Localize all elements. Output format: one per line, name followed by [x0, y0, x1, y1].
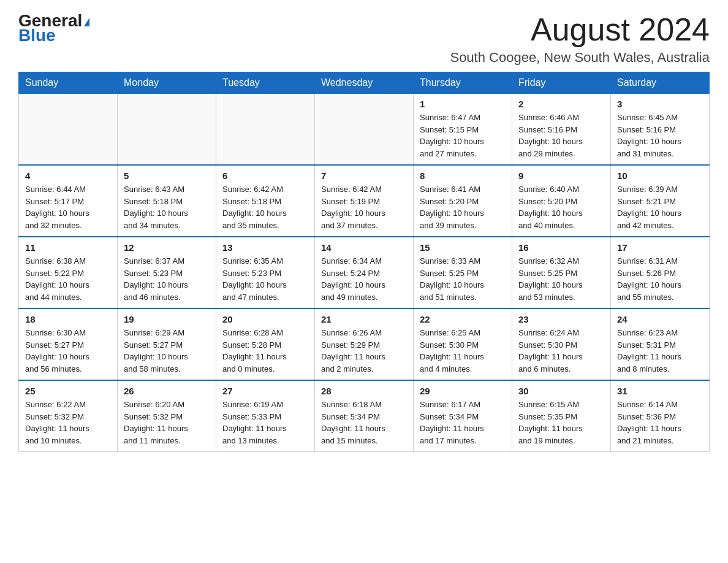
- day-number: 2: [518, 99, 604, 109]
- weekday-header: Saturday: [611, 72, 710, 94]
- day-info: Sunrise: 6:40 AMSunset: 5:20 PMDaylight:…: [518, 183, 604, 231]
- calendar-cell: 17Sunrise: 6:31 AMSunset: 5:26 PMDayligh…: [611, 237, 710, 308]
- day-number: 8: [420, 170, 506, 181]
- calendar-cell: 26Sunrise: 6:20 AMSunset: 5:32 PMDayligh…: [118, 380, 216, 452]
- day-number: 27: [222, 386, 308, 396]
- calendar-cell: 25Sunrise: 6:22 AMSunset: 5:32 PMDayligh…: [19, 380, 118, 452]
- calendar-cell: 8Sunrise: 6:41 AMSunset: 5:20 PMDaylight…: [414, 165, 512, 237]
- day-info: Sunrise: 6:47 AMSunset: 5:15 PMDaylight:…: [420, 112, 506, 159]
- calendar-cell: [315, 94, 414, 166]
- header-right: August 2024 South Coogee, New South Wale…: [450, 12, 710, 66]
- calendar-cell: [19, 94, 118, 166]
- day-number: 12: [124, 242, 210, 253]
- day-info: Sunrise: 6:44 AMSunset: 5:17 PMDaylight:…: [25, 183, 111, 231]
- calendar-cell: [216, 94, 315, 166]
- calendar-cell: 5Sunrise: 6:43 AMSunset: 5:18 PMDaylight…: [118, 165, 216, 237]
- day-info: Sunrise: 6:31 AMSunset: 5:26 PMDaylight:…: [617, 255, 703, 303]
- day-info: Sunrise: 6:37 AMSunset: 5:23 PMDaylight:…: [124, 255, 210, 303]
- day-info: Sunrise: 6:33 AMSunset: 5:25 PMDaylight:…: [420, 255, 506, 303]
- month-title: August 2024: [450, 12, 710, 47]
- weekday-header: Friday: [512, 72, 611, 94]
- day-number: 22: [420, 314, 506, 324]
- day-number: 25: [25, 386, 111, 396]
- day-number: 5: [124, 170, 210, 181]
- calendar-cell: 30Sunrise: 6:15 AMSunset: 5:35 PMDayligh…: [512, 380, 611, 452]
- weekday-header-row: SundayMondayTuesdayWednesdayThursdayFrid…: [19, 72, 710, 94]
- day-info: Sunrise: 6:35 AMSunset: 5:23 PMDaylight:…: [222, 255, 308, 303]
- day-number: 17: [617, 242, 703, 253]
- day-info: Sunrise: 6:15 AMSunset: 5:35 PMDaylight:…: [518, 399, 604, 446]
- calendar-cell: 9Sunrise: 6:40 AMSunset: 5:20 PMDaylight…: [512, 165, 611, 237]
- day-info: Sunrise: 6:34 AMSunset: 5:24 PMDaylight:…: [321, 255, 407, 303]
- day-info: Sunrise: 6:39 AMSunset: 5:21 PMDaylight:…: [617, 183, 703, 231]
- day-number: 20: [222, 314, 308, 324]
- calendar-cell: [118, 94, 216, 166]
- weekday-header: Monday: [118, 72, 216, 94]
- calendar-cell: 20Sunrise: 6:28 AMSunset: 5:28 PMDayligh…: [216, 308, 315, 380]
- day-info: Sunrise: 6:38 AMSunset: 5:22 PMDaylight:…: [25, 255, 111, 303]
- day-info: Sunrise: 6:28 AMSunset: 5:28 PMDaylight:…: [222, 327, 308, 375]
- day-info: Sunrise: 6:19 AMSunset: 5:33 PMDaylight:…: [222, 399, 308, 446]
- calendar-cell: 13Sunrise: 6:35 AMSunset: 5:23 PMDayligh…: [216, 237, 315, 308]
- day-number: 11: [25, 242, 111, 253]
- day-info: Sunrise: 6:24 AMSunset: 5:30 PMDaylight:…: [518, 327, 604, 375]
- day-number: 9: [518, 170, 604, 181]
- day-info: Sunrise: 6:17 AMSunset: 5:34 PMDaylight:…: [420, 399, 506, 446]
- day-number: 14: [321, 242, 407, 253]
- calendar-cell: 10Sunrise: 6:39 AMSunset: 5:21 PMDayligh…: [611, 165, 710, 237]
- day-number: 15: [420, 242, 506, 253]
- calendar-cell: 14Sunrise: 6:34 AMSunset: 5:24 PMDayligh…: [315, 237, 414, 308]
- day-info: Sunrise: 6:25 AMSunset: 5:30 PMDaylight:…: [420, 327, 506, 375]
- day-number: 31: [617, 386, 703, 396]
- day-number: 18: [25, 314, 111, 324]
- calendar-cell: 22Sunrise: 6:25 AMSunset: 5:30 PMDayligh…: [414, 308, 512, 380]
- weekday-header: Tuesday: [216, 72, 315, 94]
- calendar-cell: 27Sunrise: 6:19 AMSunset: 5:33 PMDayligh…: [216, 380, 315, 452]
- calendar-cell: 23Sunrise: 6:24 AMSunset: 5:30 PMDayligh…: [512, 308, 611, 380]
- day-info: Sunrise: 6:30 AMSunset: 5:27 PMDaylight:…: [25, 327, 111, 375]
- day-number: 26: [124, 386, 210, 396]
- calendar-week-row: 1Sunrise: 6:47 AMSunset: 5:15 PMDaylight…: [19, 94, 710, 166]
- day-number: 4: [25, 170, 111, 181]
- calendar-table: SundayMondayTuesdayWednesdayThursdayFrid…: [18, 72, 710, 452]
- day-info: Sunrise: 6:45 AMSunset: 5:16 PMDaylight:…: [617, 112, 703, 159]
- calendar-cell: 19Sunrise: 6:29 AMSunset: 5:27 PMDayligh…: [118, 308, 216, 380]
- weekday-header: Wednesday: [315, 72, 414, 94]
- day-info: Sunrise: 6:41 AMSunset: 5:20 PMDaylight:…: [420, 183, 506, 231]
- day-number: 6: [222, 170, 308, 181]
- day-number: 13: [222, 242, 308, 253]
- calendar-cell: 18Sunrise: 6:30 AMSunset: 5:27 PMDayligh…: [19, 308, 118, 380]
- day-info: Sunrise: 6:18 AMSunset: 5:34 PMDaylight:…: [321, 399, 407, 446]
- day-info: Sunrise: 6:26 AMSunset: 5:29 PMDaylight:…: [321, 327, 407, 375]
- calendar-cell: 6Sunrise: 6:42 AMSunset: 5:18 PMDaylight…: [216, 165, 315, 237]
- calendar-cell: 11Sunrise: 6:38 AMSunset: 5:22 PMDayligh…: [19, 237, 118, 308]
- calendar-cell: 15Sunrise: 6:33 AMSunset: 5:25 PMDayligh…: [414, 237, 512, 308]
- day-number: 1: [420, 99, 506, 109]
- calendar-cell: 3Sunrise: 6:45 AMSunset: 5:16 PMDaylight…: [611, 94, 710, 166]
- calendar-cell: 2Sunrise: 6:46 AMSunset: 5:16 PMDaylight…: [512, 94, 611, 166]
- calendar-cell: 12Sunrise: 6:37 AMSunset: 5:23 PMDayligh…: [118, 237, 216, 308]
- calendar-week-row: 18Sunrise: 6:30 AMSunset: 5:27 PMDayligh…: [19, 308, 710, 380]
- day-info: Sunrise: 6:46 AMSunset: 5:16 PMDaylight:…: [518, 112, 604, 159]
- calendar-week-row: 25Sunrise: 6:22 AMSunset: 5:32 PMDayligh…: [19, 380, 710, 452]
- logo: General Blue: [18, 12, 89, 44]
- calendar-cell: 1Sunrise: 6:47 AMSunset: 5:15 PMDaylight…: [414, 94, 512, 166]
- calendar-cell: 29Sunrise: 6:17 AMSunset: 5:34 PMDayligh…: [414, 380, 512, 452]
- calendar-week-row: 11Sunrise: 6:38 AMSunset: 5:22 PMDayligh…: [19, 237, 710, 308]
- day-number: 10: [617, 170, 703, 181]
- day-info: Sunrise: 6:20 AMSunset: 5:32 PMDaylight:…: [124, 399, 210, 446]
- day-number: 28: [321, 386, 407, 396]
- day-number: 7: [321, 170, 407, 181]
- day-number: 29: [420, 386, 506, 396]
- weekday-header: Sunday: [19, 72, 118, 94]
- logo-triangle-icon: [84, 18, 89, 26]
- day-number: 16: [518, 242, 604, 253]
- calendar-cell: 4Sunrise: 6:44 AMSunset: 5:17 PMDaylight…: [19, 165, 118, 237]
- day-number: 30: [518, 386, 604, 396]
- page-header: General Blue August 2024 South Coogee, N…: [18, 12, 710, 66]
- day-info: Sunrise: 6:22 AMSunset: 5:32 PMDaylight:…: [25, 399, 111, 446]
- calendar-cell: 31Sunrise: 6:14 AMSunset: 5:36 PMDayligh…: [611, 380, 710, 452]
- logo-blue: Blue: [18, 27, 89, 44]
- day-info: Sunrise: 6:14 AMSunset: 5:36 PMDaylight:…: [617, 399, 703, 446]
- day-number: 24: [617, 314, 703, 324]
